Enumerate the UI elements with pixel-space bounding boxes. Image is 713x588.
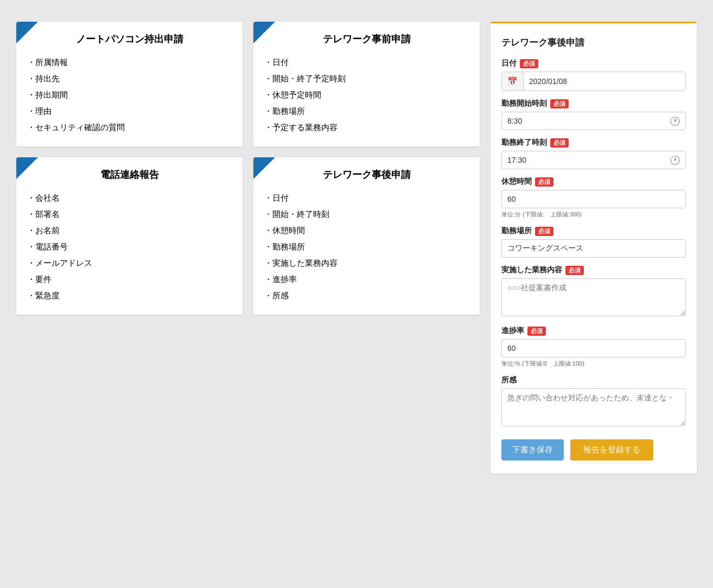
card-telework-pre-title: テレワーク事前申請 — [264, 33, 469, 46]
start-time-field: 勤務開始時刻 必須 🕐 — [501, 99, 686, 130]
start-time-label: 勤務開始時刻 必須 — [501, 99, 686, 108]
date-field: 日付 必須 📅 — [501, 59, 686, 91]
clock-icon: 🕐 — [670, 116, 680, 126]
list-item: 日付 — [264, 190, 469, 206]
list-item: 会社名 — [27, 190, 232, 206]
list-item: 予定する業務内容 — [264, 119, 469, 136]
break-time-input[interactable] — [501, 190, 686, 208]
card-telework-post-list: 日付 開始・終了時刻 休憩時間 勤務場所 実施した業務内容 進捗率 所感 — [264, 190, 469, 304]
card-corner-decoration — [16, 22, 38, 43]
impressions-textarea[interactable] — [501, 388, 686, 426]
card-telework-post-title: テレワーク事後申請 — [264, 168, 469, 181]
impressions-field: 所感 — [501, 375, 686, 429]
impressions-label: 所感 — [501, 375, 686, 385]
card-phone-report[interactable]: 電話連絡報告 会社名 部署名 お名前 電話番号 メールアドレス 要件 緊急度 — [16, 157, 243, 315]
required-badge: 必須 — [527, 327, 546, 336]
work-content-field: 実施した業務内容 必須 — [501, 265, 686, 318]
list-item: 開始・終了時刻 — [264, 206, 469, 222]
card-phone-report-title: 電話連絡報告 — [27, 168, 232, 181]
list-item: メールアドレス — [27, 255, 232, 271]
break-time-label: 休憩時間 必須 — [501, 177, 686, 187]
card-corner-decoration — [253, 22, 275, 43]
date-label: 日付 必須 — [501, 59, 686, 68]
required-badge: 必須 — [520, 59, 538, 68]
work-location-label: 勤務場所 必須 — [501, 226, 686, 236]
list-item: 勤務場所 — [264, 239, 469, 255]
required-badge: 必須 — [550, 138, 569, 148]
card-notebook-title: ノートパソコン持出申請 — [27, 33, 232, 46]
card-notebook-list: 所属情報 持出先 持出期間 理由 セキュリティ確認の質問 — [27, 54, 232, 136]
list-item: 持出先 — [27, 71, 232, 87]
card-corner-decoration — [16, 157, 38, 179]
list-item: 実施した業務内容 — [264, 255, 469, 271]
work-location-input[interactable] — [501, 239, 686, 258]
date-input[interactable] — [524, 73, 685, 90]
required-badge: 必須 — [550, 99, 569, 108]
list-item: 開始・終了予定時刻 — [264, 71, 469, 87]
list-item: 持出期間 — [27, 87, 232, 103]
required-badge: 必須 — [565, 266, 584, 275]
list-item: 休憩時間 — [264, 222, 469, 239]
list-item: 部署名 — [27, 206, 232, 222]
list-item: 電話番号 — [27, 239, 232, 255]
form-title: テレワーク事後申請 — [501, 36, 686, 49]
draft-save-button[interactable]: 下書き保存 — [501, 439, 564, 461]
card-telework-pre-list: 日付 開始・終了予定時刻 休憩予定時間 勤務場所 予定する業務内容 — [264, 54, 469, 136]
card-corner-decoration — [253, 157, 275, 179]
card-telework-post[interactable]: テレワーク事後申請 日付 開始・終了時刻 休憩時間 勤務場所 実施した業務内容 … — [253, 157, 480, 315]
form-actions: 下書き保存 報告を登録する — [501, 439, 686, 461]
list-item: 勤務場所 — [264, 103, 469, 119]
clock-icon: 🕐 — [670, 155, 680, 165]
cards-grid: ノートパソコン持出申請 所属情報 持出先 持出期間 理由 セキュリティ確認の質問… — [16, 22, 480, 474]
submit-button[interactable]: 報告を登録する — [570, 439, 653, 461]
work-content-textarea[interactable] — [501, 278, 686, 316]
end-time-label: 勤務終了時刻 必須 — [501, 138, 686, 148]
break-time-hint: 単位:分 (下限値: 上限値:300) — [501, 210, 686, 219]
progress-input[interactable] — [501, 339, 686, 357]
card-phone-report-list: 会社名 部署名 お名前 電話番号 メールアドレス 要件 緊急度 — [27, 190, 232, 304]
work-content-label: 実施した業務内容 必須 — [501, 265, 686, 275]
list-item: 所属情報 — [27, 54, 232, 71]
progress-label: 進捗率 必須 — [501, 326, 686, 336]
date-input-wrapper: 📅 — [501, 72, 686, 91]
required-badge: 必須 — [535, 227, 553, 236]
work-location-field: 勤務場所 必須 — [501, 226, 686, 258]
end-time-input[interactable] — [501, 151, 686, 169]
calendar-icon: 📅 — [502, 72, 524, 91]
break-time-field: 休憩時間 必須 単位:分 (下限値: 上限値:300) — [501, 177, 686, 219]
list-item: セキュリティ確認の質問 — [27, 119, 232, 136]
card-notebook[interactable]: ノートパソコン持出申請 所属情報 持出先 持出期間 理由 セキュリティ確認の質問 — [16, 22, 243, 146]
end-time-wrapper: 🕐 — [501, 151, 686, 169]
end-time-field: 勤務終了時刻 必須 🕐 — [501, 138, 686, 169]
list-item: お名前 — [27, 222, 232, 239]
list-item: 休憩予定時間 — [264, 87, 469, 103]
list-item: 要件 — [27, 271, 232, 287]
telework-post-form: テレワーク事後申請 日付 必須 📅 勤務開始時刻 必須 🕐 — [491, 22, 697, 474]
required-badge: 必須 — [535, 177, 553, 187]
list-item: 日付 — [264, 54, 469, 71]
progress-field: 進捗率 必須 単位:% (下限値:0 上限値:100) — [501, 326, 686, 368]
list-item: 緊急度 — [27, 287, 232, 304]
start-time-input[interactable] — [501, 112, 686, 130]
progress-hint: 単位:% (下限値:0 上限値:100) — [501, 360, 686, 368]
list-item: 所感 — [264, 287, 469, 304]
list-item: 理由 — [27, 103, 232, 119]
list-item: 進捗率 — [264, 271, 469, 287]
card-telework-pre[interactable]: テレワーク事前申請 日付 開始・終了予定時刻 休憩予定時間 勤務場所 予定する業… — [253, 22, 480, 146]
start-time-wrapper: 🕐 — [501, 112, 686, 130]
